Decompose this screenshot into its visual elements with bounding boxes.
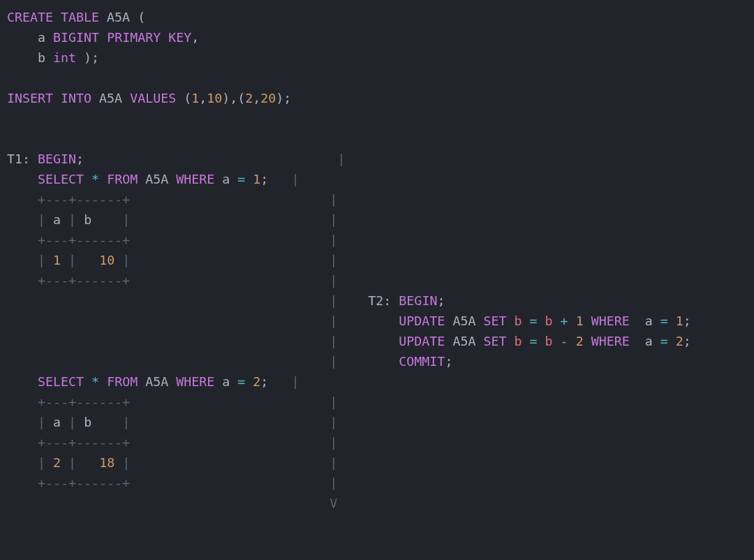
t2-u2-rhs: b bbox=[545, 334, 553, 348]
sql-transaction-diagram: CREATE TABLE A5A ( a BIGINT PRIMARY KEY,… bbox=[0, 0, 754, 513]
timeline-pipe: | bbox=[330, 253, 337, 267]
t1-res2-hdr-a: a bbox=[53, 415, 61, 429]
t1-sel1-val: 1 bbox=[253, 172, 260, 186]
insert-v1b: 10 bbox=[207, 91, 222, 105]
t2-u2-lhs: b bbox=[515, 334, 522, 348]
timeline-pipe: | bbox=[330, 334, 337, 348]
timeline-pipe: | bbox=[291, 172, 299, 186]
t1-res1-a: 1 bbox=[53, 253, 61, 267]
t1-sel1-star: * bbox=[91, 172, 99, 186]
t2-u2-where: WHERE bbox=[591, 334, 630, 348]
t1-res1-sep: +---+------+ bbox=[38, 192, 130, 207]
t1-sel1-select: SELECT bbox=[38, 172, 84, 186]
kw-into: INTO bbox=[61, 91, 91, 105]
t1-sel2-where: WHERE bbox=[176, 374, 214, 389]
timeline-pipe: | bbox=[330, 293, 337, 308]
t1-res1-sep: +---+------+ bbox=[38, 233, 130, 247]
t2-u1-delta: 1 bbox=[576, 314, 584, 328]
t1-sel1-col: a bbox=[222, 172, 230, 186]
type-bigint: BIGINT bbox=[53, 30, 99, 45]
t1-res2-sep: +---+------+ bbox=[38, 395, 130, 409]
t1-sel2-table: A5A bbox=[145, 374, 168, 389]
t1-sel1-eq: = bbox=[237, 172, 245, 186]
t2-u2-wval: 2 bbox=[676, 334, 683, 348]
t2-u1-op: + bbox=[561, 314, 568, 328]
t2-u2-set: SET bbox=[483, 334, 506, 348]
t1-res1-hdr-a: a bbox=[53, 212, 61, 227]
timeline-pipe: | bbox=[330, 455, 337, 470]
timeline-arrow: V bbox=[330, 496, 337, 510]
t2-u2-eq1: = bbox=[530, 334, 538, 348]
t1-sel2-from: FROM bbox=[107, 374, 138, 389]
t2-u2-eq2: = bbox=[660, 334, 668, 348]
timeline-pipe: | bbox=[330, 415, 337, 429]
t2-u1-set: SET bbox=[483, 314, 506, 328]
insert-v2b: 20 bbox=[260, 91, 276, 105]
insert-table: A5A bbox=[99, 91, 122, 105]
kw-values: VALUES bbox=[130, 91, 176, 105]
t2-u1-wval: 1 bbox=[676, 314, 683, 328]
kw-create: CREATE bbox=[7, 10, 53, 24]
timeline-pipe: | bbox=[291, 374, 299, 389]
t2-u2-op: - bbox=[561, 334, 568, 348]
t2-begin: BEGIN bbox=[399, 293, 437, 308]
t1-sel2-eq: = bbox=[237, 374, 245, 389]
timeline-pipe: | bbox=[330, 314, 337, 328]
t2-u1-wcol: a bbox=[645, 314, 653, 328]
t1-sel1-where: WHERE bbox=[176, 172, 214, 186]
t1-sel2-select: SELECT bbox=[38, 374, 84, 389]
col-a: a bbox=[38, 30, 45, 45]
t2-u2-update: UPDATE bbox=[399, 334, 445, 348]
t2-u1-table: A5A bbox=[452, 314, 475, 328]
timeline-pipe: | bbox=[330, 192, 337, 207]
t1-res2-b: 18 bbox=[99, 455, 114, 470]
timeline-pipe: | bbox=[330, 212, 337, 227]
t1-res1-sep: +---+------+ bbox=[38, 273, 130, 288]
t2-label: T2: bbox=[368, 293, 391, 308]
t2-u2-wcol: a bbox=[645, 334, 653, 348]
t1-res2-a: 2 bbox=[53, 455, 61, 470]
t1-res1-b: 10 bbox=[99, 253, 114, 267]
col-b: b bbox=[38, 50, 45, 65]
kw-primary-key: PRIMARY KEY bbox=[107, 30, 191, 45]
t2-u1-eq1: = bbox=[530, 314, 538, 328]
type-int: int bbox=[53, 50, 76, 65]
t1-sel2-col: a bbox=[222, 374, 230, 389]
t1-sel2-val: 2 bbox=[253, 374, 260, 389]
t1-res2-sep: +---+------+ bbox=[38, 435, 130, 450]
t2-u1-rhs: b bbox=[545, 314, 553, 328]
t1-begin: BEGIN bbox=[38, 152, 76, 166]
timeline-pipe: | bbox=[330, 435, 337, 450]
t1-sel1-from: FROM bbox=[107, 172, 138, 186]
insert-v1a: 1 bbox=[191, 91, 199, 105]
t2-u2-table: A5A bbox=[452, 334, 475, 348]
t1-res1-hdr-b: b bbox=[84, 212, 91, 227]
t2-u1-update: UPDATE bbox=[399, 314, 445, 328]
t2-u1-lhs: b bbox=[515, 314, 522, 328]
t2-commit: COMMIT bbox=[399, 354, 445, 369]
kw-table: TABLE bbox=[61, 10, 99, 24]
t1-label: T1: bbox=[7, 152, 30, 166]
timeline-pipe: | bbox=[330, 233, 337, 247]
t1-res2-hdr-b: b bbox=[84, 415, 91, 429]
t2-u1-eq2: = bbox=[660, 314, 668, 328]
kw-insert: INSERT bbox=[7, 91, 53, 105]
t1-sel2-star: * bbox=[91, 374, 99, 389]
insert-v2a: 2 bbox=[245, 91, 253, 105]
t2-u2-delta: 2 bbox=[576, 334, 584, 348]
t1-res2-sep: +---+------+ bbox=[38, 476, 130, 490]
timeline-pipe: | bbox=[330, 354, 337, 369]
timeline-pipe: | bbox=[330, 476, 337, 490]
timeline-pipe: | bbox=[337, 152, 345, 166]
timeline-pipe: | bbox=[330, 273, 337, 288]
t1-sel1-table: A5A bbox=[145, 172, 168, 186]
timeline-pipe: | bbox=[330, 395, 337, 409]
table-name: A5A bbox=[107, 10, 130, 24]
t2-u1-where: WHERE bbox=[591, 314, 630, 328]
